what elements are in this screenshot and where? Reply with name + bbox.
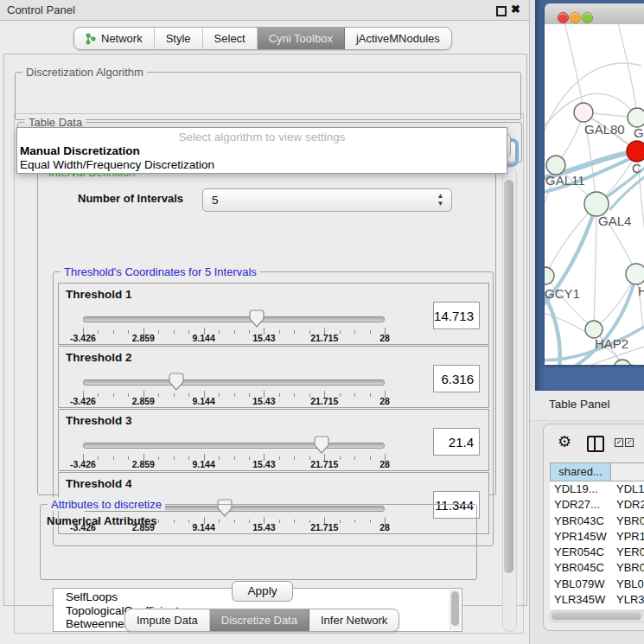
table-row[interactable]: YIL052CYIL052C: [550, 608, 644, 609]
cyni-mode-tabs: Impute Data Discretize Data Infer Networ…: [124, 609, 399, 632]
network-window-titlebar[interactable]: [545, 3, 644, 25]
table-row[interactable]: YDL19...YDL19...: [550, 481, 644, 497]
tab-cyni-toolbox[interactable]: Cyni Toolbox: [258, 28, 345, 49]
control-panel-tabs: Network Style Select Cyni Toolbox jActiv…: [73, 27, 452, 50]
number-of-intervals-label: Number of Intervals: [78, 192, 183, 205]
apply-button[interactable]: Apply: [232, 581, 293, 602]
tab-style[interactable]: Style: [155, 28, 203, 49]
network-node-label: HAP2: [595, 336, 628, 351]
network-node[interactable]: [626, 264, 644, 284]
option-equal-width-frequency[interactable]: Equal Width/Frequency Discretization: [20, 158, 214, 171]
table-cell[interactable]: YLR345W: [550, 592, 611, 608]
table-cell[interactable]: YBR045C: [611, 560, 644, 576]
checkbox-icon[interactable]: ✓: [615, 438, 623, 447]
scale-label: -3.426: [70, 396, 96, 406]
scale-label: 9.144: [192, 333, 214, 343]
slider-scale: -3.4262.8599.14415.4321.71528: [83, 459, 385, 470]
table-cell[interactable]: YDL19...: [611, 481, 644, 497]
option-manual-discretization[interactable]: Manual Discretization: [20, 144, 140, 157]
table-row[interactable]: YDR27...YDR27...: [550, 497, 644, 513]
table-cell[interactable]: YBR043C: [550, 513, 611, 529]
checkbox-icon[interactable]: ✓: [625, 438, 634, 447]
table-cell[interactable]: YER054C: [611, 545, 644, 560]
table-cell[interactable]: YPR145W: [550, 529, 611, 545]
network-view-window[interactable]: GAL80GACGAL11GAL4GCY1HHAP2: [545, 3, 644, 365]
table-row[interactable]: YBL079WYBL079W: [550, 577, 644, 592]
table-row[interactable]: YPR145WYPR145W: [550, 529, 644, 545]
network-node[interactable]: [574, 103, 593, 122]
settings-scrollbar-thumb[interactable]: [504, 180, 513, 573]
network-node[interactable]: [628, 108, 644, 127]
table-cell[interactable]: YBR045C: [550, 560, 611, 576]
table-row[interactable]: YER054CYER054C: [550, 545, 644, 560]
gear-icon[interactable]: ⚙: [558, 434, 571, 450]
settings-scrollbar[interactable]: [502, 167, 517, 632]
network-node-label: GAL80: [584, 122, 625, 137]
tab-select[interactable]: Select: [203, 28, 258, 49]
threshold-coordinates-label: Threshold's Coordinates for 5 Intervals: [61, 265, 260, 278]
threshold-2-value-field[interactable]: 6.316: [433, 365, 480, 392]
table-row[interactable]: YBR043CYBR043C: [550, 513, 644, 529]
network-node[interactable]: [627, 141, 644, 162]
tab-jactivemnodules[interactable]: jActiveMNodules: [345, 28, 451, 49]
table-cell[interactable]: YDR27...: [550, 497, 611, 513]
scale-label: 2.859: [132, 396, 155, 406]
threshold-1-slider[interactable]: [83, 309, 385, 327]
table-hscrollbar-thumb[interactable]: [552, 612, 641, 620]
node-table-body[interactable]: YDL19...YDL19...YDR27...YDR27...YBR043CY…: [550, 481, 644, 609]
network-node[interactable]: [546, 156, 565, 175]
tab-infer-network[interactable]: Infer Network: [309, 609, 399, 631]
table-panel-titlebar: Table Panel: [530, 391, 644, 421]
threshold-3-slider[interactable]: [83, 436, 385, 453]
network-node[interactable]: [545, 267, 554, 284]
minimize-traffic-light-icon[interactable]: [570, 12, 581, 23]
scale-label: 15.43: [252, 333, 275, 343]
threshold-3-box: Threshold 3 -3.4262.8599.14415.4321.7152…: [58, 409, 489, 471]
number-of-intervals-combo[interactable]: 5 ▲▼: [202, 188, 452, 212]
slider-thumb[interactable]: [249, 309, 265, 328]
table-cell[interactable]: YDL19...: [550, 481, 611, 497]
table-row[interactable]: YLR345WYLR345W: [550, 592, 644, 608]
network-canvas[interactable]: GAL80GACGAL11GAL4GCY1HHAP2: [545, 24, 644, 365]
table-cell[interactable]: YBL079W: [550, 577, 611, 592]
list-scrollbar-thumb[interactable]: [451, 591, 459, 626]
close-icon[interactable]: ✖: [511, 3, 520, 16]
table-cell[interactable]: YIL052C: [611, 608, 644, 609]
threshold-4-label: Threshold 4: [66, 477, 132, 490]
scale-label: 15.43: [252, 396, 275, 406]
slider-thumb[interactable]: [169, 373, 184, 391]
threshold-3-value-field[interactable]: 21.4: [433, 428, 480, 456]
network-node[interactable]: [585, 321, 603, 338]
scale-label: 28: [379, 396, 390, 406]
table-cell[interactable]: YER054C: [550, 545, 611, 560]
columns-icon[interactable]: [587, 436, 604, 452]
table-cell[interactable]: YIL052C: [550, 608, 611, 609]
column-header-shared-name[interactable]: shared...: [550, 462, 611, 481]
slider-scale: -3.4262.8599.14415.4321.71528: [83, 333, 385, 344]
close-traffic-light-icon[interactable]: [558, 12, 569, 23]
list-scrollbar[interactable]: [450, 590, 461, 630]
column-header-name[interactable]: name: [611, 462, 644, 481]
threshold-1-value-field[interactable]: 14.713: [433, 302, 480, 329]
tab-discretize-data[interactable]: Discretize Data: [210, 609, 309, 631]
threshold-2-slider[interactable]: [83, 373, 385, 390]
table-panel-title: Table Panel: [549, 398, 610, 411]
tab-network[interactable]: Network: [74, 28, 155, 49]
table-cell[interactable]: YPR145W: [611, 529, 644, 545]
float-window-icon[interactable]: [496, 6, 507, 16]
scale-label: 2.859: [132, 333, 155, 343]
table-cell[interactable]: YBR043C: [611, 513, 644, 529]
scale-label: 28: [379, 333, 390, 343]
network-node[interactable]: [584, 192, 609, 216]
scale-label: 15.43: [252, 459, 275, 469]
slider-thumb[interactable]: [314, 436, 329, 454]
table-row[interactable]: YBR045CYBR045C: [550, 560, 644, 576]
table-cell[interactable]: YDR27...: [611, 497, 644, 513]
tab-impute-data[interactable]: Impute Data: [125, 609, 210, 631]
zoom-traffic-light-icon[interactable]: [582, 12, 593, 23]
network-nodes[interactable]: GAL80GACGAL11GAL4GCY1HHAP2: [545, 103, 644, 365]
network-node[interactable]: [614, 360, 631, 365]
table-horizontal-scrollbar[interactable]: [549, 610, 644, 622]
table-cell[interactable]: YBL079W: [611, 577, 644, 592]
table-cell[interactable]: YLR345W: [611, 592, 644, 608]
